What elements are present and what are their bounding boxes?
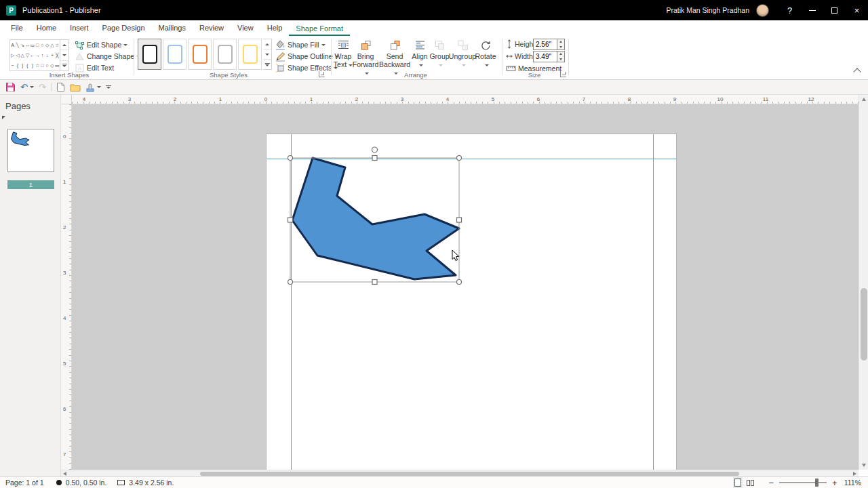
object-position-value[interactable]: 0.50, 0.50 in. [66, 479, 107, 487]
shape-tool-icon[interactable]: □ [35, 40, 39, 50]
shape-tool-icon[interactable]: A [10, 40, 15, 50]
redo-button[interactable]: ↷ [39, 83, 46, 92]
zoom-out-button[interactable]: − [769, 479, 774, 487]
user-avatar[interactable] [756, 4, 769, 17]
height-spin-up-icon[interactable] [557, 39, 564, 45]
open-button[interactable] [70, 83, 81, 92]
format-painter-button[interactable] [85, 83, 101, 92]
styles-scroll-down-icon[interactable] [263, 49, 271, 60]
zoom-in-button[interactable]: + [832, 479, 837, 487]
minimize-button[interactable] [801, 0, 823, 20]
shape-tool-icon[interactable]: { [15, 60, 20, 70]
shape-outline-button[interactable]: Shape Outline [275, 51, 339, 62]
shape-tool-icon[interactable]: ← [30, 50, 35, 60]
tab-page-design[interactable]: Page Design [96, 20, 152, 36]
single-page-view-button[interactable] [734, 479, 741, 487]
page-number-badge[interactable]: 1 [7, 180, 54, 189]
horizontal-scrollbar-thumb[interactable] [200, 472, 739, 476]
two-page-view-button[interactable] [747, 480, 754, 486]
save-button[interactable] [5, 82, 16, 92]
publication-canvas[interactable] [72, 104, 859, 470]
shape-tool-icon[interactable]: ↘ [20, 40, 25, 50]
shape-tool-icon[interactable]: △ [50, 40, 54, 50]
scroll-down-icon[interactable] [862, 464, 866, 467]
shape-tool-icon[interactable]: ○ [40, 40, 45, 50]
shape-tool-icon[interactable]: ◁ [15, 50, 20, 60]
new-document-button[interactable] [56, 82, 65, 92]
publication-page[interactable] [266, 134, 677, 470]
styles-scroll-up-icon[interactable] [263, 39, 271, 49]
shape-tool-icon[interactable]: ╳ [55, 50, 60, 60]
edit-shape-button[interactable]: Edit Shape [75, 39, 127, 50]
height-spin-down-icon[interactable] [557, 45, 564, 50]
maximize-button[interactable] [823, 0, 846, 20]
close-button[interactable]: × [846, 0, 868, 20]
shape-tool-icon[interactable]: ~ [10, 60, 15, 70]
page-indicator[interactable]: Page: 1 of 1 [5, 479, 44, 487]
scroll-up-icon[interactable] [862, 98, 866, 101]
width-spin-down-icon[interactable] [557, 57, 564, 62]
shape-tool-icon[interactable]: ▽ [25, 50, 30, 60]
horizontal-scrollbar[interactable] [61, 470, 859, 476]
shape-tool-icon[interactable]: ( [25, 60, 30, 70]
shape-tool-icon[interactable]: ◇ [50, 60, 54, 70]
zoom-slider-thumb[interactable] [815, 479, 818, 487]
gallery-scroll-down-icon[interactable] [60, 50, 68, 60]
shape-tool-icon[interactable]: ○ [45, 60, 50, 70]
tab-view[interactable]: View [231, 20, 260, 36]
tab-file[interactable]: File [4, 20, 30, 36]
tab-mailings[interactable]: Mailings [152, 20, 193, 36]
scroll-left-icon[interactable] [63, 472, 66, 476]
style-tile[interactable] [163, 39, 186, 70]
shape-tool-icon[interactable]: △ [20, 50, 25, 60]
shape-tool-icon[interactable]: → [35, 50, 39, 60]
shape-tool-icon[interactable]: + [50, 50, 54, 60]
zoom-slider[interactable] [779, 482, 827, 483]
tab-review[interactable]: Review [193, 20, 231, 36]
shape-tool-icon[interactable]: ) [30, 60, 35, 70]
style-tile[interactable] [213, 39, 237, 70]
customize-qat-button[interactable] [106, 85, 111, 89]
shape-tool-icon[interactable]: □ [40, 60, 45, 70]
vertical-scrollbar[interactable] [859, 95, 868, 470]
vertical-scrollbar-thumb[interactable] [861, 288, 867, 361]
gallery-scroll-up-icon[interactable] [60, 40, 68, 50]
style-tile[interactable] [138, 39, 161, 70]
width-input[interactable] [533, 51, 557, 62]
shape-tool-icon[interactable]: ☆ [35, 60, 39, 70]
shape-tool-icon[interactable]: ↑ [40, 50, 45, 60]
width-spin-up-icon[interactable] [557, 52, 564, 57]
gallery-more-icon[interactable] [60, 61, 68, 70]
shape-styles-dialog-launcher-icon[interactable] [319, 71, 325, 77]
styles-more-icon[interactable] [263, 60, 271, 69]
shape-tool-icon[interactable]: ▭ [55, 60, 60, 70]
shape-tool-icon[interactable]: ▷ [10, 50, 15, 60]
shape-tool-icon[interactable]: ╲ [15, 40, 20, 50]
shape-fill-button[interactable]: Shape Fill [275, 39, 326, 50]
vertical-ruler[interactable]: 01234567 [61, 104, 72, 470]
style-tile[interactable] [188, 39, 212, 70]
tab-shape-format[interactable]: Shape Format [289, 21, 350, 37]
height-input[interactable] [533, 39, 557, 50]
tab-home[interactable]: Home [30, 20, 63, 36]
shape-tool-icon[interactable]: ↔ [25, 40, 30, 50]
tab-insert[interactable]: Insert [63, 20, 96, 36]
shape-tool-icon[interactable]: ◇ [45, 40, 50, 50]
size-dialog-launcher-icon[interactable] [560, 71, 566, 77]
collapse-pages-panel-icon[interactable] [2, 116, 5, 119]
zoom-level[interactable]: 111% [844, 479, 861, 487]
collapse-ribbon-icon[interactable] [853, 68, 861, 75]
page-thumbnail[interactable] [7, 129, 54, 172]
change-shape-button[interactable]: Change Shape [75, 51, 140, 62]
undo-button[interactable]: ↶ [20, 83, 34, 92]
tab-help[interactable]: Help [260, 20, 290, 36]
horizontal-ruler[interactable]: 43210123456789101112 [72, 95, 859, 104]
shape-tool-icon[interactable]: ☆ [55, 40, 60, 50]
style-tile[interactable] [238, 39, 262, 70]
scroll-right-icon[interactable] [853, 472, 856, 476]
object-size-value[interactable]: 3.49 x 2.56 in. [129, 479, 174, 487]
shape-tool-icon[interactable]: ▭ [30, 40, 35, 50]
shape-tool-icon[interactable]: } [20, 60, 25, 70]
account-user-name[interactable]: Pratik Man Singh Pradhan [666, 6, 749, 14]
shape-tool-icon[interactable]: ↓ [45, 50, 50, 60]
